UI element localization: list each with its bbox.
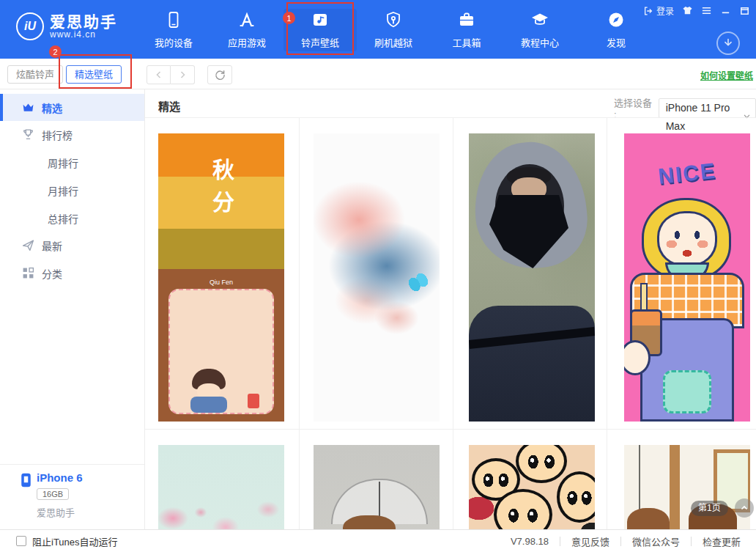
app-header: iU 爱思助手 www.i4.cn 我的设备 应用游戏 铃声壁纸 — [0, 0, 756, 59]
minimize-icon[interactable] — [720, 5, 731, 16]
nav-tab-label: 工具箱 — [430, 35, 503, 49]
how-to-set-wallpaper-link[interactable]: 如何设置壁纸 — [700, 69, 753, 81]
page-indicator-badge: 第1页 — [691, 501, 728, 516]
compass-icon — [579, 10, 653, 32]
refresh-button[interactable] — [207, 65, 232, 84]
block-itunes-checkbox[interactable] — [16, 536, 26, 546]
nav-tab-ringtone-wallpaper[interactable]: 铃声壁纸 — [284, 9, 357, 51]
nav-tab-label: 刷机越狱 — [357, 35, 430, 49]
maximize-icon[interactable] — [739, 5, 750, 16]
trophy-icon — [22, 128, 34, 141]
wallpaper-text: 秋分 — [205, 158, 237, 223]
phone-icon — [137, 10, 210, 32]
nav-tab-my-device[interactable]: 我的设备 — [137, 9, 210, 51]
wallpaper-text: NICE — [624, 155, 750, 193]
art-shape — [663, 370, 711, 413]
sidebar-item-label: 月排行 — [48, 183, 78, 198]
nav-tab-apps-games[interactable]: 应用游戏 — [210, 9, 284, 51]
wallpaper-thumb-autumn[interactable]: 秋分 Qiu Fen — [158, 133, 284, 422]
version-label: V7.98.18 — [500, 536, 560, 547]
crown-icon — [22, 101, 34, 114]
device-select-label: 选择设备 : — [614, 95, 653, 120]
device-select-value: iPhone 11 Pro Max — [666, 102, 730, 132]
history-nav — [147, 65, 195, 84]
nav-tab-discover[interactable]: 发现 — [579, 9, 653, 51]
wallpaper-thumb-hooded-person[interactable] — [469, 133, 595, 422]
back-to-top-button[interactable] — [735, 498, 754, 518]
sub-toolbar: 炫酷铃声 精选壁纸 如何设置壁纸 — [0, 59, 756, 89]
device-capacity-badge: 16GB — [37, 488, 69, 500]
nav-tab-label: 铃声壁纸 — [284, 35, 357, 49]
login-button[interactable]: 登录 — [643, 4, 674, 17]
status-bar: 阻止iTunes自动运行 V7.98.18 意见反馈 微信公众号 检查更新 — [0, 529, 756, 552]
art-shape — [190, 397, 227, 413]
art-face — [557, 471, 595, 523]
wallpaper-thumb-umbrella[interactable] — [314, 445, 440, 529]
grid-icon — [22, 267, 34, 279]
check-update-link[interactable]: 检查更新 — [692, 534, 752, 548]
back-button[interactable] — [147, 65, 171, 84]
app-logo: iU 爱思助手 www.i4.cn — [16, 12, 117, 40]
sidebar-item-label: 总排行 — [48, 211, 78, 226]
wallpaper-thumb-pink-flowers[interactable] — [158, 445, 284, 529]
device-select-dropdown[interactable]: iPhone 11 Pro Max — [659, 98, 756, 118]
grid-divider — [145, 429, 756, 430]
art-shape — [627, 508, 670, 529]
wallpaper-thumb-window-couple[interactable] — [624, 445, 750, 529]
sidebar-item-total-ranking[interactable]: 总排行 — [0, 205, 144, 232]
art-shape — [469, 306, 595, 422]
sidebar-item-monthly-ranking[interactable]: 月排行 — [0, 177, 144, 204]
chevron-down-icon — [744, 106, 750, 125]
tab-cool-ringtones[interactable]: 炫酷铃声 — [7, 65, 63, 84]
nav-tab-label: 教程中心 — [503, 35, 577, 49]
wallpaper-thumb-watercolor-boy[interactable] — [314, 133, 440, 422]
logo-text: 爱思助手 www.i4.cn — [50, 13, 117, 40]
sidebar-item-categories[interactable]: 分类 — [0, 260, 144, 287]
toolbox-icon — [430, 10, 503, 32]
app-title: 爱思助手 — [50, 13, 117, 30]
device-app-label: 爱思助手 — [37, 505, 75, 519]
download-manager-button[interactable] — [716, 32, 740, 55]
nav-tab-label: 应用游戏 — [210, 35, 284, 49]
main-menu-icon[interactable] — [701, 5, 712, 16]
window-controls: 登录 — [643, 4, 750, 17]
device-name[interactable]: iPhone 6 — [37, 471, 83, 484]
ringtone-wallpaper-icon — [284, 10, 357, 32]
i4-assistant-window: iU 爱思助手 www.i4.cn 我的设备 应用游戏 铃声壁纸 — [0, 0, 756, 552]
appstore-icon — [210, 10, 284, 32]
sidebar-item-label: 最新 — [42, 238, 62, 253]
wallpaper-thumb-nice-girl[interactable]: NICE — [624, 133, 750, 422]
theme-skin-icon[interactable] — [682, 5, 693, 16]
sidebar-item-label: 精选 — [42, 100, 62, 115]
logo-monogram-icon: iU — [16, 12, 44, 40]
nav-tab-label: 发现 — [579, 35, 653, 49]
forward-button[interactable] — [171, 65, 195, 84]
art-face — [516, 445, 567, 483]
nav-tab-toolbox[interactable]: 工具箱 — [430, 9, 503, 51]
grid-divider — [607, 117, 607, 529]
sidebar: 精选 排行榜 周排行 月排行 总排行 最新 分类 — [0, 89, 145, 529]
status-right: V7.98.18 意见反馈 微信公众号 检查更新 — [500, 534, 756, 548]
login-label: 登录 — [656, 4, 674, 17]
art-shape — [640, 283, 648, 312]
wallpaper-thumb-shinchan[interactable] — [469, 445, 595, 529]
sidebar-item-latest[interactable]: 最新 — [0, 232, 144, 259]
nav-tab-tutorials[interactable]: 教程中心 — [503, 9, 577, 51]
sidebar-item-label: 排行榜 — [42, 128, 73, 142]
sidebar-item-rankings[interactable]: 排行榜 — [0, 121, 144, 148]
sidebar-item-featured[interactable]: 精选 — [0, 94, 144, 121]
sidebar-item-weekly-ranking[interactable]: 周排行 — [0, 149, 144, 176]
shield-key-icon — [357, 10, 430, 32]
nav-tab-jailbreak[interactable]: 刷机越狱 — [357, 9, 430, 51]
device-select-wrap: 选择设备 : iPhone 11 Pro Max — [614, 95, 756, 120]
wechat-account-link[interactable]: 微信公众号 — [621, 534, 691, 548]
feedback-link[interactable]: 意见反馈 — [560, 534, 620, 548]
tab-featured-wallpapers[interactable]: 精选壁纸 — [66, 65, 122, 84]
sidebar-item-label: 分类 — [42, 266, 62, 281]
art-shape — [248, 394, 259, 408]
sidebar-divider — [0, 464, 144, 465]
nav-tab-label: 我的设备 — [137, 35, 210, 49]
grid-divider — [453, 117, 453, 529]
grid-divider — [299, 117, 300, 529]
art-shape — [670, 445, 680, 529]
